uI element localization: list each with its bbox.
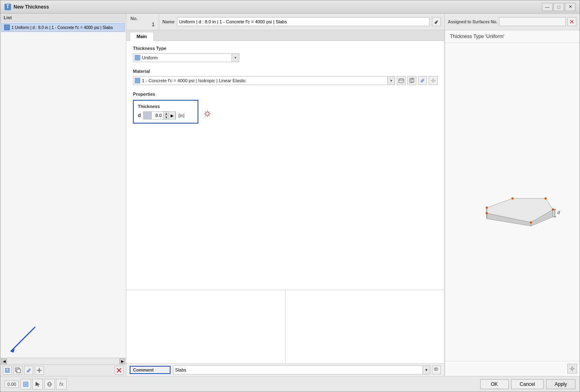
svg-text:T: T xyxy=(6,4,9,9)
preview-3d: d xyxy=(445,43,580,361)
list-scrollbar[interactable]: ◀ ▶ xyxy=(0,358,126,364)
comment-dropdown[interactable]: Slabs ▼ xyxy=(173,365,430,374)
copy-btn[interactable] xyxy=(13,366,22,375)
svg-rect-17 xyxy=(399,79,404,83)
comment-box: Comment xyxy=(130,366,171,374)
preview-settings-button[interactable] xyxy=(567,364,577,374)
bottom-pointer-btn[interactable] xyxy=(32,379,43,390)
svg-rect-11 xyxy=(37,370,38,371)
name-edit-button[interactable] xyxy=(432,17,441,26)
material-edit-button[interactable] xyxy=(418,76,427,85)
material-group: Material 1 - Concrete f'c = 4000 psi | I… xyxy=(133,69,438,85)
svg-rect-12 xyxy=(40,370,42,371)
ok-button[interactable]: OK xyxy=(480,379,509,389)
material-settings-button[interactable] xyxy=(429,76,438,85)
svg-line-37 xyxy=(205,115,206,116)
material-dropdown[interactable]: 1 - Concrete f'c = 4000 psi | Isotropic … xyxy=(133,76,395,85)
assigned-clear-button[interactable] xyxy=(567,17,576,26)
thickness-type-label: Thickness Type xyxy=(133,46,438,51)
lower-left-panel xyxy=(126,290,286,363)
maximize-button[interactable]: □ xyxy=(553,3,564,11)
decoration-area xyxy=(0,325,126,358)
assigned-label: Assigned to Surfaces No. xyxy=(448,20,497,24)
main-window: T New Thickness — □ ✕ List 1 Uniform | d… xyxy=(0,0,580,392)
comment-section: Comment Slabs ▼ xyxy=(126,363,444,376)
minimize-button[interactable]: — xyxy=(542,3,553,11)
form-panel: Main Thickness Type Uniform xyxy=(126,30,445,376)
thickness-value: 8.0 xyxy=(152,113,163,118)
dropdown-color-swatch xyxy=(135,55,140,61)
thickness-next-btn[interactable]: ▶ xyxy=(169,111,175,119)
svg-point-49 xyxy=(544,197,546,199)
comment-dropdown-arrow[interactable]: ▼ xyxy=(423,366,430,374)
name-section: Name xyxy=(159,14,445,30)
thickness-input-wrap: 8.0 ▲ ▼ ▶ xyxy=(143,111,176,119)
scroll-left-arrow[interactable]: ◀ xyxy=(1,358,7,364)
list-item-icon xyxy=(4,25,10,30)
cancel-button[interactable]: Cancel xyxy=(511,379,544,389)
thickness-color-bar xyxy=(144,112,152,119)
settings-btn[interactable] xyxy=(35,366,44,375)
bottom-globe-btn[interactable] xyxy=(44,379,55,390)
bottom-bar: 0.00 fx OK Cancel Apply xyxy=(0,376,580,392)
edit-btn[interactable] xyxy=(24,366,33,375)
assigned-section: Assigned to Surfaces No. xyxy=(445,14,580,30)
material-dropdown-arrow[interactable]: ▼ xyxy=(387,77,395,85)
comment-edit-button[interactable] xyxy=(432,365,441,374)
thickness-spinners: ▲ ▼ xyxy=(163,112,169,119)
bottom-select-btn[interactable] xyxy=(20,379,31,390)
thickness-type-dropdown[interactable]: Uniform ▼ xyxy=(133,53,239,62)
svg-point-47 xyxy=(486,206,488,208)
material-add-button[interactable]: + xyxy=(407,76,416,85)
window-title: New Thickness xyxy=(13,4,540,10)
no-section: No. 1 xyxy=(126,14,159,30)
new-btn[interactable]: + xyxy=(3,366,12,375)
diagonal-arrow-icon xyxy=(0,325,41,358)
tab-main[interactable]: Main xyxy=(130,32,154,41)
svg-marker-64 xyxy=(36,382,40,387)
comment-value: Slabs xyxy=(173,367,423,372)
preview-panel: Thickness Type 'Uniform' xyxy=(445,30,580,376)
comment-label: Comment xyxy=(133,367,154,372)
svg-text:d: d xyxy=(557,210,560,214)
svg-point-57 xyxy=(571,368,573,370)
material-value: 1 - Concrete f'c = 4000 psi | Isotropic … xyxy=(140,78,387,83)
main-content: List 1 Uniform | d : 8.0 in | 1 - Concre… xyxy=(0,14,580,376)
svg-point-24 xyxy=(432,80,434,82)
svg-text:+: + xyxy=(6,367,9,373)
svg-text:x: x xyxy=(61,381,63,387)
assigned-input[interactable] xyxy=(499,17,566,26)
preview-bottom xyxy=(445,361,580,376)
form-preview-row: Main Thickness Type Uniform xyxy=(126,30,580,376)
close-button[interactable]: ✕ xyxy=(565,3,576,11)
svg-point-52 xyxy=(486,212,488,214)
list-toolbar: + xyxy=(0,364,126,376)
title-bar: T New Thickness — □ ✕ xyxy=(0,0,580,14)
scroll-right-arrow[interactable]: ▶ xyxy=(119,358,125,364)
svg-rect-9 xyxy=(39,368,40,369)
name-input[interactable] xyxy=(177,17,429,26)
delete-btn[interactable] xyxy=(115,366,124,375)
thickness-down-btn[interactable]: ▼ xyxy=(163,115,169,119)
thickness-icon-button[interactable] xyxy=(202,109,212,119)
bottom-formula-btn[interactable]: fx xyxy=(56,379,67,390)
svg-line-35 xyxy=(209,115,210,116)
apply-button[interactable]: Apply xyxy=(546,379,576,389)
svg-rect-7 xyxy=(17,369,20,373)
list-item[interactable]: 1 Uniform | d : 8.0 in | 1 - Concrete f'… xyxy=(1,23,125,32)
form-content: Thickness Type Uniform ▼ xyxy=(126,41,444,290)
svg-point-8 xyxy=(38,369,40,372)
material-color-swatch xyxy=(135,78,140,83)
material-browse-button[interactable] xyxy=(397,76,406,85)
svg-rect-10 xyxy=(39,372,40,373)
right-area: No. 1 Name Assigned to Surfaces No. xyxy=(126,14,580,376)
no-value: 1 xyxy=(130,21,155,27)
thickness-up-btn[interactable]: ▲ xyxy=(163,112,169,115)
list-content: 1 Uniform | d : 8.0 in | 1 - Concrete f'… xyxy=(0,22,126,325)
thickness-section-label: Thickness xyxy=(138,104,193,109)
lower-panels xyxy=(126,290,444,363)
left-panel: List 1 Uniform | d : 8.0 in | 1 - Concre… xyxy=(0,14,126,376)
thickness-type-arrow[interactable]: ▼ xyxy=(232,54,239,62)
svg-rect-38 xyxy=(434,368,438,370)
svg-line-2 xyxy=(11,327,35,351)
